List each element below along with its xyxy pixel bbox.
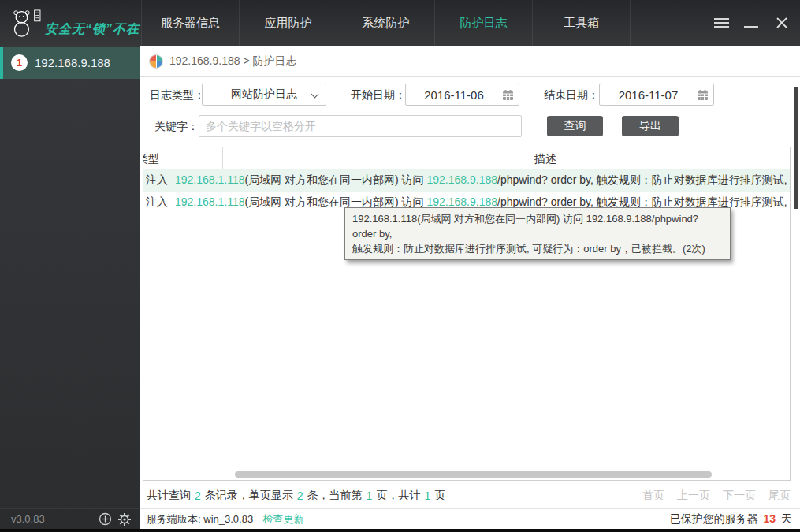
app-window: 安全无“锁”不在 服务器信息 应用防护 系统防护 防护日志 工具箱 1 192.… bbox=[0, 0, 800, 532]
windows-server-icon bbox=[149, 54, 163, 69]
protected-days-prefix: 已保护您的服务器 bbox=[670, 512, 758, 525]
page-size-count: 2 bbox=[297, 489, 303, 502]
breadcrumb-page: 防护日志 bbox=[253, 54, 297, 67]
query-button[interactable]: 查询 bbox=[547, 116, 603, 136]
add-server-icon[interactable] bbox=[99, 512, 112, 526]
pagination-text: 条，当前第 bbox=[307, 489, 363, 503]
column-divider bbox=[222, 147, 223, 169]
last-page-link[interactable]: 尾页 bbox=[768, 489, 791, 503]
log-type-cell: 注入 bbox=[143, 173, 175, 188]
settings-gear-icon[interactable] bbox=[117, 512, 132, 526]
logo-slogan: 安全无“锁”不在 bbox=[45, 21, 140, 38]
log-detail-tooltip: 192.168.1.118(局域网 对方和您在同一内部网) 访问 192.168… bbox=[344, 207, 731, 260]
log-type-cell: 注入 bbox=[143, 195, 175, 210]
check-update-link[interactable]: 检查更新 bbox=[262, 512, 303, 526]
start-date-value: 2016-11-06 bbox=[406, 88, 502, 102]
client-version-label: v3.0.83 bbox=[11, 513, 45, 525]
target-ip-link[interactable]: 192.168.9.188 bbox=[427, 195, 498, 208]
pagination-text: 页 bbox=[434, 489, 445, 503]
export-button[interactable]: 导出 bbox=[622, 116, 679, 136]
close-icon bbox=[775, 16, 789, 30]
menu-button[interactable] bbox=[709, 0, 733, 46]
column-header-type: 类型 bbox=[143, 147, 175, 169]
description-text: (局域网 对方和您在同一内部网) 访问 bbox=[245, 173, 427, 186]
server-ip-label: 192.168.9.188 bbox=[35, 56, 110, 69]
start-date-label: 开始日期： bbox=[351, 84, 406, 106]
pagination-text: 条记录，单页显示 bbox=[205, 489, 293, 503]
total-records-count: 2 bbox=[195, 489, 201, 502]
target-ip-link[interactable]: 192.168.9.188 bbox=[427, 173, 498, 186]
keyword-label: 关键字： bbox=[154, 115, 199, 137]
sidebar-server-item[interactable]: 1 192.168.9.188 bbox=[0, 47, 140, 79]
tooltip-line: 192.168.1.118(局域网 对方和您在同一内部网) 访问 192.168… bbox=[352, 211, 723, 241]
safedog-logo: 安全无“锁”不在 bbox=[6, 3, 140, 44]
pagination-text: 页，共计 bbox=[376, 489, 420, 503]
vertical-scrollbar[interactable] bbox=[794, 87, 798, 209]
description-text: (局域网 对方和您在同一内部网) 访问 bbox=[245, 195, 427, 208]
server-version-value: win_3.0.83 bbox=[203, 513, 253, 525]
breadcrumb-ip: 192.168.9.188 bbox=[169, 54, 240, 67]
horizontal-scrollbar[interactable] bbox=[235, 471, 712, 478]
chevron-down-icon bbox=[311, 91, 319, 99]
nav-server-info[interactable]: 服务器信息 bbox=[142, 0, 240, 46]
server-count-badge: 1 bbox=[11, 54, 28, 71]
protected-days-count: 13 bbox=[764, 512, 776, 525]
title-bar: 安全无“锁”不在 服务器信息 应用防护 系统防护 防护日志 工具箱 bbox=[0, 0, 800, 46]
breadcrumb: 192.168.9.188 > 防护日志 bbox=[140, 46, 800, 77]
current-page-number: 1 bbox=[367, 489, 373, 502]
first-page-link[interactable]: 首页 bbox=[642, 489, 664, 503]
column-header-description: 描述 bbox=[514, 147, 577, 169]
pagination-text: 共计查询 bbox=[147, 489, 191, 503]
end-date-label: 结束日期： bbox=[544, 84, 599, 106]
source-ip-link[interactable]: 192.168.1.118 bbox=[175, 173, 245, 186]
hamburger-icon bbox=[714, 16, 729, 30]
main-panel: 192.168.9.188 > 防护日志 日志类型： 网站防护日志 开始日期： … bbox=[140, 46, 800, 532]
end-date-value: 2016-11-07 bbox=[600, 88, 697, 102]
log-type-label: 日志类型： bbox=[150, 84, 205, 106]
calendar-icon bbox=[502, 89, 514, 101]
table-header: 类型 描述 bbox=[143, 147, 790, 169]
description-text: /phpwind? order by, 触发规则：防止对数据库进行排序测试, 可… bbox=[497, 195, 790, 208]
minimize-icon bbox=[744, 26, 758, 28]
nav-system-protection[interactable]: 系统防护 bbox=[337, 0, 435, 46]
next-page-link[interactable]: 下一页 bbox=[723, 489, 756, 503]
sidebar-footer: v3.0.83 bbox=[0, 508, 140, 529]
nav-protection-logs[interactable]: 防护日志 bbox=[435, 0, 533, 46]
total-pages-number: 1 bbox=[424, 489, 430, 502]
close-button[interactable] bbox=[770, 0, 794, 46]
server-version-label: 服务端版本: bbox=[147, 513, 201, 525]
description-text: /phpwind? order by, 触发规则：防止对数据库进行排序测试, 可… bbox=[497, 173, 790, 186]
start-date-input[interactable]: 2016-11-06 bbox=[405, 84, 519, 106]
minimize-button[interactable] bbox=[739, 0, 763, 46]
tooltip-line: 触发规则：防止对数据库进行排序测试, 可疑行为：order by，已被拦截。(2… bbox=[352, 241, 723, 256]
log-type-select[interactable]: 网站防护日志 bbox=[202, 84, 326, 106]
log-table: 类型 描述 注入 192.168.1.118(局域网 对方和您在同一内部网) 访… bbox=[143, 147, 791, 481]
protected-days-suffix: 天 bbox=[781, 512, 792, 525]
nav-toolbox[interactable]: 工具箱 bbox=[533, 0, 631, 46]
source-ip-link[interactable]: 192.168.1.118 bbox=[175, 195, 245, 208]
main-nav: 服务器信息 应用防护 系统防护 防护日志 工具箱 bbox=[141, 0, 631, 46]
prev-page-link[interactable]: 上一页 bbox=[677, 489, 710, 503]
nav-app-protection[interactable]: 应用防护 bbox=[240, 0, 337, 46]
calendar-icon bbox=[697, 89, 709, 101]
keyword-input[interactable] bbox=[199, 115, 522, 137]
status-bar: 服务端版本: win_3.0.83 检查更新 已保护您的服务器 13 天 bbox=[140, 508, 800, 529]
sidebar: 1 192.168.9.188 v3.0.83 bbox=[0, 46, 140, 532]
window-bottom-edge bbox=[0, 529, 800, 532]
pagination-bar: 共计查询 2 条记录，单页显示 2 条，当前第 1 页，共计 1 页 首页 上一… bbox=[147, 485, 791, 506]
filter-bar: 日志类型： 网站防护日志 开始日期： 2016-11-06 结束日期： 2016… bbox=[140, 77, 800, 147]
log-type-value: 网站防护日志 bbox=[231, 87, 297, 102]
log-description-cell: 192.168.1.118(局域网 对方和您在同一内部网) 访问 192.168… bbox=[175, 173, 790, 188]
table-row[interactable]: 注入 192.168.1.118(局域网 对方和您在同一内部网) 访问 192.… bbox=[143, 169, 790, 192]
end-date-input[interactable]: 2016-11-07 bbox=[599, 84, 714, 106]
safedog-lion-knocker-icon bbox=[6, 4, 43, 43]
breadcrumb-separator: > bbox=[243, 54, 249, 67]
